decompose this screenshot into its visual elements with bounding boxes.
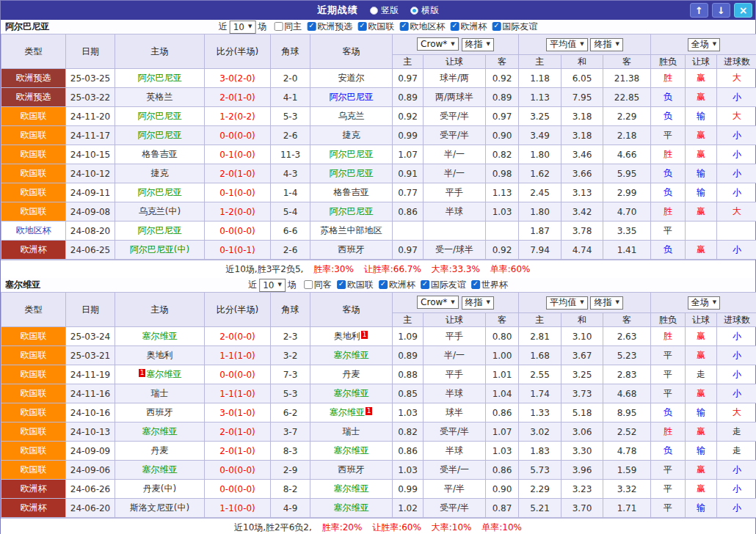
score-link[interactable]: 0-0(0-0)	[205, 365, 271, 384]
home-team-link[interactable]: 塞尔维亚	[146, 369, 181, 379]
score-link[interactable]: 3-0(1-0)	[205, 403, 271, 423]
score-link[interactable]: 1-2(0-0)	[205, 202, 271, 222]
score-link[interactable]: 2-0(1-0)	[205, 88, 271, 107]
score-link[interactable]: 1-1(0-0)	[205, 499, 271, 518]
home-team-link[interactable]: 乌克兰(中)	[139, 206, 181, 216]
home-team-link[interactable]: 阿尔巴尼亚	[138, 111, 182, 121]
bookmaker-select[interactable]: Crow*▼	[417, 37, 459, 51]
home-team-link[interactable]: 阿尔巴尼亚	[138, 187, 182, 197]
filter-option[interactable]: 同主	[274, 21, 302, 33]
checkbox-icon[interactable]	[274, 22, 283, 31]
home-team-link[interactable]: 奥地利	[147, 350, 173, 360]
avg-select[interactable]: 平均值▼	[546, 296, 587, 310]
score-link[interactable]: 3-0(2-0)	[205, 69, 271, 88]
filter-option[interactable]: 国际友谊	[492, 21, 537, 33]
layout-radio-horizontal[interactable]: 横版	[410, 4, 439, 17]
away-team-link[interactable]: 塞尔维亚	[334, 483, 369, 494]
away-team-link[interactable]: 捷克	[343, 130, 360, 140]
away-team-link[interactable]: 西班牙	[338, 244, 365, 255]
checkbox-icon[interactable]	[304, 280, 313, 289]
filter-option[interactable]: 欧洲预选	[307, 21, 352, 33]
avg-stage-select[interactable]: 终指▼	[590, 38, 622, 51]
filter-option[interactable]: 同客	[304, 279, 332, 291]
scope-select[interactable]: 全场▼	[688, 296, 720, 310]
checkbox-icon[interactable]	[307, 22, 316, 31]
home-team-link[interactable]: 阿尔巴尼亚	[138, 130, 182, 140]
avg-select[interactable]: 平均值▼	[546, 38, 587, 51]
score-link[interactable]: 0-0(0-0)	[205, 480, 271, 499]
score-link[interactable]: 0-1(0-0)	[205, 145, 271, 164]
away-team-link[interactable]: 阿尔巴尼亚	[330, 149, 374, 159]
checkbox-icon[interactable]	[399, 22, 408, 31]
match-count-select[interactable]: 10▼	[259, 279, 286, 292]
score-link[interactable]: 1-1(1-0)	[205, 346, 271, 365]
move-up-button[interactable]: ↑	[690, 3, 708, 18]
score-link[interactable]: 0-1(0-1)	[205, 241, 271, 260]
filter-option[interactable]: 欧洲杯	[450, 21, 487, 33]
bookmaker-select[interactable]: Crow*▼	[417, 296, 459, 309]
home-team-link[interactable]: 斯洛文尼亚(中)	[130, 502, 189, 513]
home-team-link[interactable]: 格鲁吉亚	[142, 149, 178, 159]
away-team-link[interactable]: 格鲁吉亚	[334, 187, 369, 197]
away-team-link[interactable]: 阿尔巴尼亚	[330, 168, 374, 178]
checkbox-icon[interactable]	[357, 22, 366, 31]
odds-stage-select[interactable]: 终指▼	[462, 296, 494, 310]
away-team-link[interactable]: 奥地利	[334, 331, 360, 341]
home-team-link[interactable]: 塞尔维亚	[142, 426, 178, 436]
home-team-link[interactable]: 瑞士	[151, 388, 169, 398]
away-team-link[interactable]: 塞尔维亚	[334, 445, 369, 456]
home-team-link[interactable]: 塞尔维亚	[142, 331, 178, 341]
score-link[interactable]: 2-0(0-0)	[205, 327, 271, 346]
away-team-link[interactable]: 西班牙	[338, 464, 365, 475]
score-link[interactable]: 0-1(0-0)	[205, 183, 271, 202]
away-team-link[interactable]: 乌克兰	[338, 111, 365, 121]
odds-stage-select[interactable]: 终指▼	[462, 38, 494, 51]
score-link[interactable]: 0-0(0-0)	[205, 461, 271, 480]
checkbox-icon[interactable]	[450, 22, 459, 31]
radio-icon[interactable]	[410, 7, 418, 15]
score-link[interactable]: 2-0(1-0)	[205, 164, 271, 183]
checkbox-icon[interactable]	[337, 280, 346, 289]
match-count-select[interactable]: 10▼	[230, 21, 256, 34]
filter-option[interactable]: 国际友谊	[421, 279, 466, 291]
score-link[interactable]: 0-0(0-0)	[205, 126, 271, 145]
scope-select[interactable]: 全场▼	[688, 38, 720, 51]
checkbox-icon[interactable]	[471, 280, 480, 289]
checkbox-icon[interactable]	[421, 280, 429, 289]
away-team-link[interactable]: 塞尔维亚	[334, 350, 369, 360]
home-team-link[interactable]: 捷克	[151, 168, 169, 178]
home-team-link[interactable]: 英格兰	[147, 92, 173, 102]
filter-option[interactable]: 欧洲杯	[379, 279, 415, 291]
move-down-button[interactable]: ↓	[712, 3, 730, 18]
score-link[interactable]: 1-2(0-2)	[205, 107, 271, 126]
checkbox-icon[interactable]	[379, 280, 388, 289]
avg-stage-select[interactable]: 终指▼	[590, 296, 622, 310]
home-team-link[interactable]: 塞尔维亚	[142, 464, 178, 475]
checkbox-icon[interactable]	[492, 22, 501, 31]
score-link[interactable]: 1-1(1-0)	[205, 384, 271, 403]
filter-option[interactable]: 欧地区杯	[399, 21, 445, 33]
layout-radio-vertical[interactable]: 竖版	[370, 4, 399, 17]
away-team-link[interactable]: 苏格兰中部地区	[321, 225, 382, 235]
away-team-link[interactable]: 塞尔维亚	[334, 388, 369, 398]
filter-option[interactable]: 欧国联	[337, 279, 374, 291]
home-team-link[interactable]: 阿尔巴尼亚(中)	[130, 244, 189, 255]
away-team-link[interactable]: 阿尔巴尼亚	[330, 206, 374, 216]
filter-option[interactable]: 欧国联	[357, 21, 394, 33]
away-team-link[interactable]: 丹麦	[343, 369, 360, 379]
score-link[interactable]: 2-0(1-0)	[205, 423, 271, 442]
away-team-link[interactable]: 安道尔	[338, 73, 365, 83]
home-team-link[interactable]: 阿尔巴尼亚	[138, 73, 182, 83]
away-team-link[interactable]: 阿尔巴尼亚	[330, 92, 374, 102]
home-team-link[interactable]: 丹麦(中)	[143, 483, 176, 494]
away-team-link[interactable]: 塞尔维亚	[334, 502, 369, 513]
home-team-link[interactable]: 西班牙	[147, 407, 173, 417]
away-team-link[interactable]: 瑞士	[343, 426, 360, 436]
home-team-link[interactable]: 阿尔巴尼亚	[138, 225, 182, 235]
radio-icon[interactable]	[370, 7, 378, 15]
close-icon[interactable]: ×	[734, 3, 752, 18]
score-link[interactable]: 0-0(0-0)	[205, 222, 271, 241]
filter-option[interactable]: 世界杯	[471, 279, 508, 291]
score-link[interactable]: 2-0(1-0)	[205, 442, 271, 461]
home-team-link[interactable]: 丹麦	[151, 445, 169, 456]
